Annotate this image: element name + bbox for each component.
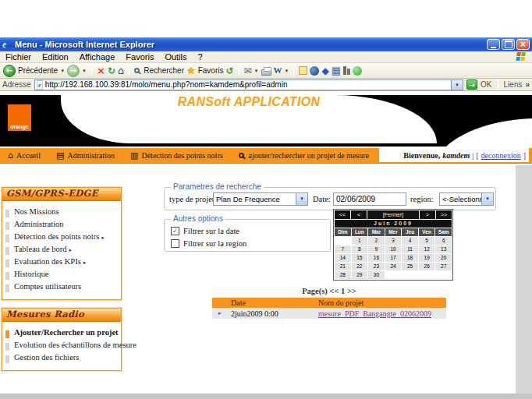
favorites-label[interactable]: Favoris (198, 66, 224, 75)
menu-item-favoris[interactable]: Favoris (120, 52, 159, 62)
home-icon[interactable]: ⌂ (118, 65, 124, 76)
calendar-cell[interactable]: 13 (435, 245, 452, 253)
calendar-cell[interactable]: 27 (435, 263, 452, 270)
messenger-globe-icon[interactable] (310, 66, 319, 76)
sidebar-item-evolution-echantillons[interactable]: Evolution des échantillons de mesure (2, 341, 121, 353)
title-bar[interactable]: Menu - Microsoft Internet Explorer (0, 37, 532, 51)
menu-item-outils[interactable]: Outils (159, 52, 192, 62)
calendar-cell[interactable]: 30 (368, 271, 385, 279)
refresh-icon[interactable]: ↻ (108, 66, 115, 76)
nav-item-detection-points-noirs[interactable]: ▥ Détection des points noirs (122, 148, 231, 164)
calendar-prev-month-button[interactable]: < (351, 210, 367, 219)
close-button[interactable] (516, 39, 530, 50)
notes-icon[interactable] (299, 66, 307, 75)
calendar-cell[interactable]: 26 (419, 263, 435, 270)
menu-item-fichier[interactable]: Fichier (0, 52, 37, 62)
region-select[interactable]: <-Selectionner-> ▼ (439, 192, 494, 206)
calendar-cell[interactable]: 4 (402, 237, 418, 245)
search-icon[interactable] (134, 68, 140, 73)
stop-icon[interactable]: × (97, 65, 105, 76)
menu-item-edition[interactable]: Edition (37, 52, 74, 62)
menu-item-affichage[interactable]: Affichage (74, 52, 121, 62)
project-type-select[interactable]: Plan De Frequence ▼ (213, 192, 308, 206)
back-button[interactable]: ← (3, 65, 16, 77)
filter-region-checkbox[interactable] (171, 239, 179, 248)
calendar-cell[interactable]: 6 (435, 237, 452, 245)
maximize-button[interactable] (502, 39, 515, 50)
sidebar-item-gestion-fichiers[interactable]: Gestion des fichiers (2, 353, 121, 365)
calendar-cell[interactable]: 23 (368, 263, 385, 270)
sidebar-item-evaluation-kpis[interactable]: Evaluation des KPIs▸ (2, 257, 121, 270)
calendar-cell[interactable]: 28 (335, 271, 351, 279)
sidebar-item-historique[interactable]: Historique (2, 270, 121, 282)
sidebar-item-detection-points-noirs[interactable]: Détection des points noirs▸ (2, 232, 121, 245)
calendar-cell[interactable]: 11 (402, 245, 418, 253)
minimize-button[interactable] (487, 39, 500, 50)
calendar-cell[interactable]: 17 (385, 254, 402, 262)
logout-link[interactable]: deconnexion (481, 151, 521, 160)
mail-icon[interactable]: ✉ (244, 66, 252, 76)
calendar-next-year-button[interactable]: >> (436, 210, 452, 219)
calendar-cell[interactable]: 10 (385, 245, 402, 253)
menu-item-aide[interactable]: ? (193, 52, 208, 62)
address-dropdown-icon[interactable]: ▼ (451, 80, 463, 90)
buildings-icon[interactable] (343, 66, 350, 75)
links-chevron-icon[interactable]: » (525, 80, 530, 89)
calendar-cell[interactable]: 14 (335, 254, 351, 262)
messenger-icon[interactable] (353, 66, 362, 76)
history-icon[interactable]: ↺ (225, 66, 233, 76)
compass-icon[interactable]: ◆ (321, 66, 328, 76)
calendar-cell[interactable]: 3 (385, 237, 402, 245)
url-text[interactable]: http://192.168.100.39:81/molo/menu.php?n… (45, 80, 451, 89)
media-screen-icon[interactable]: ▦ (332, 65, 341, 76)
calendar-cell[interactable]: 20 (435, 254, 452, 262)
forward-dropdown-icon[interactable]: ▼ (82, 69, 87, 73)
mail-dropdown-icon[interactable]: ▼ (254, 69, 259, 73)
pagination[interactable]: Page(s) << 1 >> (212, 287, 446, 295)
edit-word-icon[interactable]: W (274, 66, 282, 75)
chevron-down-icon[interactable]: ▼ (296, 193, 307, 205)
calendar-cell[interactable]: 12 (419, 245, 435, 253)
print-icon[interactable] (261, 69, 271, 76)
calendar-cell[interactable]: 22 (352, 263, 368, 270)
calendar-cell[interactable]: 16 (368, 254, 385, 262)
forward-button[interactable]: → (67, 65, 80, 77)
calendar-cell[interactable]: 5 (419, 237, 435, 245)
nav-item-administration[interactable]: ▤ Administration (48, 148, 122, 164)
calendar-prev-year-button[interactable]: << (335, 210, 350, 219)
back-label[interactable]: Précédente (18, 66, 58, 75)
calendar-cell[interactable]: 15 (352, 254, 368, 262)
calendar-cell[interactable]: 8 (352, 245, 368, 253)
filter-date-checkbox[interactable] (171, 227, 179, 235)
row-expand-icon[interactable]: ▸ (212, 310, 231, 316)
calendar-cell[interactable]: 7 (335, 245, 351, 253)
back-dropdown-icon[interactable]: ▼ (60, 69, 65, 73)
sidebar-item-administration[interactable]: Administration (2, 220, 121, 232)
edit-dropdown-icon[interactable]: ▼ (285, 69, 289, 73)
calendar-cell[interactable]: 21 (335, 263, 351, 270)
sidebar-item-tableau-de-bord[interactable]: Tableau de bord▸ (2, 245, 121, 257)
calendar-cell[interactable]: 9 (368, 245, 385, 253)
calendar-cell[interactable]: 19 (419, 254, 435, 262)
calendar-next-month-button[interactable]: > (420, 210, 435, 219)
address-field[interactable]: http://192.168.100.39:81/molo/menu.php?n… (34, 79, 463, 90)
table-row[interactable]: ▸ 2juin2009 0:00 mesure_PDF_Bangangte_02… (212, 308, 446, 319)
calendar-cell[interactable]: 1 (352, 237, 368, 245)
sidebar-item-nos-missions[interactable]: Nos Missions (2, 207, 121, 220)
go-button-icon[interactable]: → (466, 79, 477, 90)
project-link[interactable]: mesure_PDF_Bangangte_02062009 (318, 309, 446, 318)
links-label[interactable]: Liens (504, 80, 523, 89)
chevron-down-icon[interactable]: ▼ (481, 193, 493, 205)
calendar-cell[interactable]: 29 (352, 271, 368, 279)
calendar-cell[interactable]: 18 (402, 254, 418, 262)
sidebar-item-ajouter-rechercher-projet[interactable]: Ajouter/Rechercher un projet (2, 328, 121, 341)
calendar-cell[interactable]: 25 (402, 263, 418, 270)
calendar-close-button[interactable]: [Fermer] (367, 210, 419, 219)
sidebar-item-comptes-utilisateurs[interactable]: Comptes utilisateurs (2, 282, 121, 295)
calendar-cell[interactable]: 2 (368, 237, 385, 245)
date-input[interactable] (333, 192, 406, 206)
search-label[interactable]: Rechercher (144, 66, 184, 75)
favorites-icon[interactable]: ★ (186, 65, 196, 76)
go-label[interactable]: OK (481, 80, 491, 89)
nav-item-ajouter-rechercher-projet[interactable]: ajouter/rechercher un projet de mesure (231, 148, 377, 164)
